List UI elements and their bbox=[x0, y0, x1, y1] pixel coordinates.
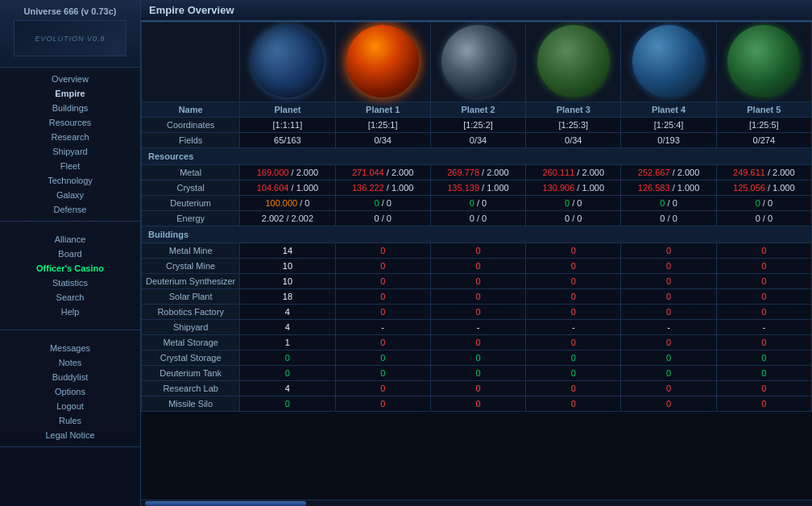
energy-2: 0 / 0 bbox=[430, 211, 525, 226]
sidebar-item-alliance[interactable]: Alliance bbox=[0, 232, 140, 247]
sidebar-item-defense[interactable]: Defense bbox=[0, 202, 140, 217]
deuterium-5: 0 / 0 bbox=[716, 196, 811, 211]
metal-storage-3: 0 bbox=[526, 335, 621, 350]
research-lab-4: 0 bbox=[621, 381, 716, 396]
sidebar-item-search[interactable]: Search bbox=[0, 290, 140, 305]
sidebar-item-fleet[interactable]: Fleet bbox=[0, 159, 140, 173]
missile-silo-4: 0 bbox=[621, 396, 716, 412]
sidebar-item-board[interactable]: Board bbox=[0, 247, 140, 261]
solar-plant-4: 0 bbox=[621, 289, 716, 305]
sidebar-item-technology[interactable]: Technology bbox=[0, 173, 140, 188]
logo-text: EVOLUTION V0.8 bbox=[35, 35, 105, 43]
scrollbar-thumb[interactable] bbox=[145, 501, 306, 506]
sidebar-item-legal[interactable]: Legal Notice bbox=[0, 428, 140, 442]
planet3-cell[interactable] bbox=[526, 23, 621, 102]
nav-secondary: Alliance Board Officer's Casino Statisti… bbox=[0, 222, 140, 330]
sidebar-item-options[interactable]: Options bbox=[0, 384, 140, 399]
nav-main: Overview Empire Buildings Resources Rese… bbox=[0, 68, 140, 222]
sidebar-item-research[interactable]: Research bbox=[0, 130, 140, 144]
shipyard-2: - bbox=[430, 320, 525, 335]
sidebar-item-galaxy[interactable]: Galaxy bbox=[0, 188, 140, 202]
deuterium-2: 0 / 0 bbox=[430, 196, 525, 211]
crystal-mine-3: 0 bbox=[526, 259, 621, 274]
solar-plant-2: 0 bbox=[430, 289, 525, 305]
fields-row: Fields 65/163 0/34 0/34 0/34 0/193 0/274 bbox=[142, 133, 812, 148]
deuterium-synth-row: Deuterium Synthesizer 10 0 0 0 0 0 bbox=[142, 274, 812, 289]
deuterium-4: 0 / 0 bbox=[621, 196, 716, 211]
solar-plant-1: 0 bbox=[335, 289, 430, 305]
missile-silo-1: 0 bbox=[335, 396, 430, 412]
planet5-header: Planet 5 bbox=[716, 102, 811, 118]
missile-silo-3: 0 bbox=[526, 396, 621, 412]
planet5-img bbox=[727, 25, 800, 97]
sidebar-item-help[interactable]: Help bbox=[0, 305, 140, 319]
metal-storage-row: Metal Storage 1 0 0 0 0 0 bbox=[142, 335, 812, 350]
energy-4: 0 / 0 bbox=[621, 211, 716, 226]
sidebar-item-shipyard[interactable]: Shipyard bbox=[0, 144, 140, 159]
metal-1: 271.044 / 2.000 bbox=[335, 165, 430, 180]
overview-table-wrapper[interactable]: Name Planet Planet 1 Planet 2 Planet 3 P… bbox=[141, 22, 812, 500]
planet5-cell[interactable] bbox=[716, 23, 811, 102]
sidebar-item-statistics[interactable]: Statistics bbox=[0, 276, 140, 290]
robotics-label: Robotics Factory bbox=[142, 305, 240, 320]
sidebar-item-casino[interactable]: Officer's Casino bbox=[0, 261, 140, 276]
sidebar-item-rules[interactable]: Rules bbox=[0, 413, 140, 428]
research-lab-0: 4 bbox=[240, 381, 335, 396]
energy-5: 0 / 0 bbox=[716, 211, 811, 226]
planet4-img bbox=[632, 25, 705, 97]
planet2-cell[interactable] bbox=[430, 23, 525, 102]
missile-silo-label: Missile Silo bbox=[142, 396, 240, 412]
coord-0: [1:1:11] bbox=[240, 118, 335, 133]
deuterium-3: 0 / 0 bbox=[526, 196, 621, 211]
scrollbar-bottom[interactable] bbox=[141, 500, 812, 506]
deuterium-tank-5: 0 bbox=[716, 366, 811, 381]
metal-storage-4: 0 bbox=[621, 335, 716, 350]
buildings-label: Buildings bbox=[142, 226, 812, 243]
sidebar-item-overview[interactable]: Overview bbox=[0, 72, 140, 86]
research-lab-2: 0 bbox=[430, 381, 525, 396]
planet4-cell[interactable] bbox=[621, 23, 716, 102]
deuterium-synth-2: 0 bbox=[430, 274, 525, 289]
sidebar-item-notes[interactable]: Notes bbox=[0, 355, 140, 370]
planet-home-cell[interactable] bbox=[240, 23, 335, 102]
sidebar-item-buddylist[interactable]: Buddylist bbox=[0, 370, 140, 384]
crystal-1: 136.222 / 1.000 bbox=[335, 180, 430, 196]
crystal-mine-1: 0 bbox=[335, 259, 430, 274]
sidebar-item-logout[interactable]: Logout bbox=[0, 399, 140, 413]
metal-mine-row: Metal Mine 14 0 0 0 0 0 bbox=[142, 243, 812, 259]
deuterium-tank-row: Deuterium Tank 0 0 0 0 0 0 bbox=[142, 366, 812, 381]
sidebar-item-messages[interactable]: Messages bbox=[0, 341, 140, 355]
shipyard-4: - bbox=[621, 320, 716, 335]
coord-1: [1:25:1] bbox=[335, 118, 430, 133]
planet3-img bbox=[537, 25, 610, 97]
crystal-storage-label: Crystal Storage bbox=[142, 350, 240, 366]
energy-0: 2.002 / 2.002 bbox=[240, 211, 335, 226]
empty-cell bbox=[142, 23, 240, 102]
sidebar-item-buildings[interactable]: Buildings bbox=[0, 101, 140, 115]
research-lab-5: 0 bbox=[716, 381, 811, 396]
sidebar-item-resources[interactable]: Resources bbox=[0, 115, 140, 130]
crystal-storage-3: 0 bbox=[526, 350, 621, 366]
planet-header: Planet bbox=[240, 102, 335, 118]
solar-plant-3: 0 bbox=[526, 289, 621, 305]
deuterium-label: Deuterium bbox=[142, 196, 240, 211]
solar-plant-0: 18 bbox=[240, 289, 335, 305]
nav-tertiary: Messages Notes Buddylist Options Logout … bbox=[0, 330, 140, 447]
energy-label: Energy bbox=[142, 211, 240, 226]
metal-storage-0: 1 bbox=[240, 335, 335, 350]
missile-silo-0: 0 bbox=[240, 396, 335, 412]
planet1-cell[interactable] bbox=[335, 23, 430, 102]
deuterium-1: 0 / 0 bbox=[335, 196, 430, 211]
resources-label: Resources bbox=[142, 148, 812, 165]
sidebar-item-empire[interactable]: Empire bbox=[0, 86, 140, 101]
shipyard-label: Shipyard bbox=[142, 320, 240, 335]
deuterium-0: 100.000 / 0 bbox=[240, 196, 335, 211]
energy-1: 0 / 0 bbox=[335, 211, 430, 226]
main-content: Empire Overview bbox=[141, 0, 812, 506]
deuterium-tank-label: Deuterium Tank bbox=[142, 366, 240, 381]
deuterium-synth-0: 10 bbox=[240, 274, 335, 289]
missile-silo-2: 0 bbox=[430, 396, 525, 412]
overview-table: Name Planet Planet 1 Planet 2 Planet 3 P… bbox=[141, 22, 812, 412]
sidebar-header: Universe 666 (v 0.73c) EVOLUTION V0.8 bbox=[0, 0, 140, 68]
sidebar-logo: EVOLUTION V0.8 bbox=[14, 20, 126, 56]
